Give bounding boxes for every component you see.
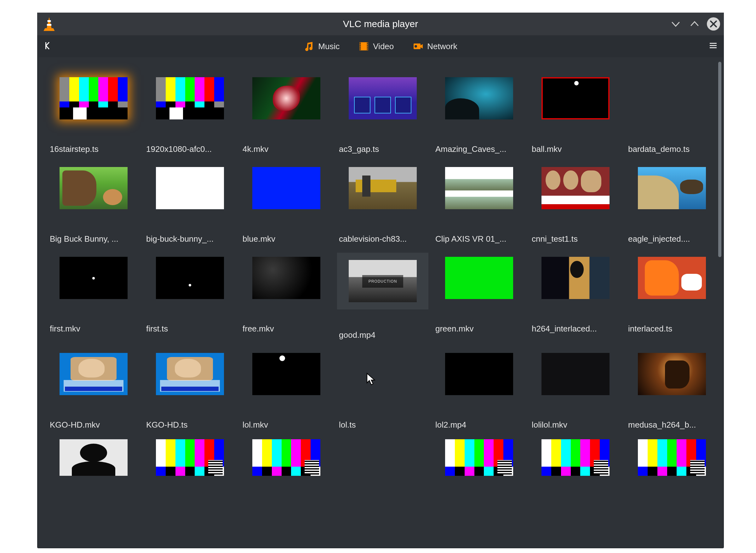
video-item[interactable]: [626, 439, 718, 476]
video-label: 4k.mkv: [241, 142, 270, 154]
maximize-button[interactable]: [688, 17, 701, 30]
video-item[interactable]: [433, 439, 525, 476]
video-item[interactable]: Amazing_Caves_...: [433, 73, 525, 154]
menu-button[interactable]: [709, 41, 718, 51]
svg-rect-6: [360, 43, 361, 44]
thumbnail-wrap: [241, 439, 332, 476]
video-item[interactable]: cablevision-ch83...: [337, 163, 428, 244]
thumbnail-wrap: [626, 439, 718, 476]
svg-rect-13: [367, 49, 368, 50]
video-item[interactable]: cnni_test1.ts: [530, 163, 621, 244]
thumbnail: [252, 77, 320, 120]
video-item[interactable]: lol2.mp4: [433, 349, 525, 430]
thumbnail-wrap: [144, 349, 236, 399]
thumbnail-wrap: [48, 253, 139, 303]
video-item[interactable]: bardata_demo.ts: [626, 73, 718, 154]
category-tabs: Music Video Network: [37, 41, 724, 52]
thumbnail-wrap: [433, 163, 525, 213]
tab-music[interactable]: Music: [304, 41, 340, 52]
video-item[interactable]: [337, 439, 428, 476]
thumbnail: [541, 77, 609, 120]
video-item[interactable]: first.ts: [144, 253, 236, 340]
video-item[interactable]: green.mkv: [433, 253, 525, 340]
thumbnail: [252, 167, 320, 209]
video-item[interactable]: free.mkv: [241, 253, 332, 340]
video-item[interactable]: 16stairstep.ts: [48, 73, 139, 154]
video-item[interactable]: PRODUCTIONgood.mp4: [337, 253, 428, 340]
video-label: good.mp4: [337, 328, 377, 340]
video-label: free.mkv: [241, 322, 276, 334]
thumbnail-wrap: [48, 349, 139, 399]
minimize-button[interactable]: [669, 17, 682, 30]
tab-music-label: Music: [318, 42, 340, 51]
video-item[interactable]: medusa_h264_b...: [626, 349, 718, 430]
svg-rect-11: [367, 45, 368, 46]
video-item[interactable]: lol.mkv: [241, 349, 332, 430]
scrollbar-thumb[interactable]: [718, 62, 721, 257]
thumbnail-wrap: [530, 253, 621, 303]
video-item[interactable]: blue.mkv: [241, 163, 332, 244]
video-item[interactable]: eagle_injected....: [626, 163, 718, 244]
thumbnail: [445, 353, 513, 395]
thumbnail-wrap: [433, 349, 525, 399]
video-label: Clip AXIS VR 01_...: [433, 232, 508, 244]
video-item[interactable]: ac3_gap.ts: [337, 73, 428, 154]
titlebar: VLC media player: [37, 13, 724, 35]
video-label: first.ts: [144, 322, 170, 334]
thumbnail-wrap: [337, 73, 428, 124]
video-item[interactable]: [530, 439, 621, 476]
tab-video-label: Video: [373, 42, 394, 51]
video-item[interactable]: lolilol.mkv: [530, 349, 621, 430]
video-item[interactable]: Big Buck Bunny, ...: [48, 163, 139, 244]
content-area: 16stairstep.ts 1920x1080-afc0...4k.mkvac…: [38, 57, 723, 547]
thumbnail: [60, 353, 128, 395]
tab-network[interactable]: Network: [413, 41, 457, 52]
video-item[interactable]: 1920x1080-afc0...: [144, 73, 236, 154]
app-window: VLC media player Music: [37, 13, 724, 548]
video-item[interactable]: first.mkv: [48, 253, 139, 340]
svg-rect-17: [710, 45, 717, 46]
svg-rect-7: [360, 45, 361, 46]
thumbnail: [60, 257, 128, 299]
camera-icon: [413, 41, 423, 52]
video-item[interactable]: h264_interlaced...: [530, 253, 621, 340]
back-button[interactable]: [44, 41, 53, 52]
video-item[interactable]: ball.mkv: [530, 73, 621, 154]
video-item[interactable]: KGO-HD.mkv: [48, 349, 139, 430]
thumbnail: [638, 439, 706, 476]
thumbnail-wrap: [241, 163, 332, 213]
video-item[interactable]: big-buck-bunny_...: [144, 163, 236, 244]
thumbnail: [252, 439, 320, 476]
close-button[interactable]: [707, 17, 720, 30]
svg-rect-0: [48, 20, 51, 22]
thumbnail-wrap: [144, 163, 236, 213]
video-item[interactable]: KGO-HD.ts: [144, 349, 236, 430]
video-label: blue.mkv: [241, 232, 277, 244]
video-item[interactable]: interlaced.ts: [626, 253, 718, 340]
svg-rect-12: [367, 47, 368, 48]
video-item[interactable]: 4k.mkv: [241, 73, 332, 154]
thumbnail: [156, 353, 224, 395]
video-item[interactable]: [48, 439, 139, 476]
thumbnail: [252, 257, 320, 299]
thumbnail: [445, 439, 513, 476]
svg-rect-18: [710, 47, 717, 48]
video-item[interactable]: [241, 439, 332, 476]
thumbnail: PRODUCTION: [349, 260, 417, 302]
film-icon: [358, 41, 369, 52]
thumbnail-wrap: [337, 163, 428, 213]
thumbnail-wrap: [241, 349, 332, 399]
tab-video[interactable]: Video: [358, 41, 394, 52]
svg-rect-10: [367, 43, 368, 44]
thumbnail: [156, 439, 224, 476]
close-icon: [707, 17, 720, 30]
toolbar: Music Video Network: [37, 35, 724, 57]
window-controls: [669, 17, 720, 30]
thumbnail-wrap: [626, 73, 718, 124]
video-item[interactable]: [144, 439, 236, 476]
video-item[interactable]: lol.ts: [337, 349, 428, 430]
svg-rect-16: [710, 43, 717, 44]
video-item[interactable]: Clip AXIS VR 01_...: [433, 163, 525, 244]
svg-rect-9: [360, 49, 361, 50]
thumbnail-wrap: [626, 253, 718, 303]
